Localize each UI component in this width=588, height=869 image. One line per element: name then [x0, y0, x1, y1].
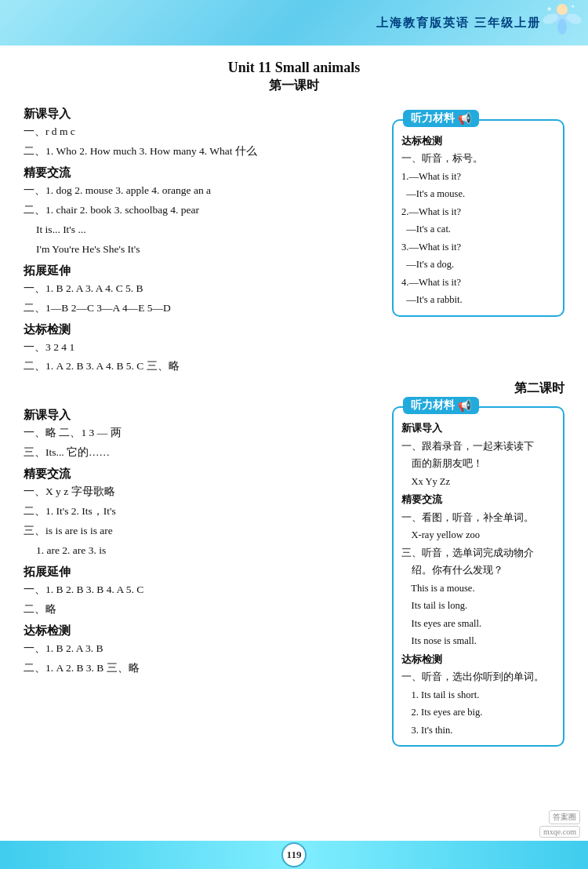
lesson2-layout: 新课导入 一、略 二、1 3 — 两 三、Its... 它的…… 精要交流 一、…	[24, 403, 564, 747]
listen-box-header-2: 听力材料 📢	[403, 397, 479, 414]
listen-2-db-3: 2. Its eyes are big.	[401, 704, 555, 722]
listen-item-1-4: —It's a cat.	[401, 220, 555, 238]
line-tz1-1: 一、1. B 2. A 3. A 4. C 5. B	[24, 280, 384, 298]
who-word: Who	[56, 145, 77, 157]
line-jy1-2: 二、1. chair 2. book 3. schoolbag 4. pear	[24, 202, 384, 220]
listen-sub-header-2-1: 新课导入	[401, 419, 555, 437]
svg-point-1	[557, 19, 567, 35]
listen-item-1-3: 2.—What is it?	[401, 203, 555, 221]
listen-item-1-7: 4.—What is it?	[401, 274, 555, 292]
speaker-icon-1: 📢	[458, 112, 471, 125]
listen-2-jy-5: This is a mouse.	[401, 580, 555, 598]
line-tz1-2: 二、1—B 2—C 3—A 4—E 5—D	[24, 300, 384, 318]
listen-2-xk-1: 一、跟着录音，一起来读读下	[401, 438, 555, 456]
line-jy2-2: 二、1. It's 2. Its，It's	[24, 503, 384, 521]
section-header-tuozhan1: 拓展延伸	[24, 264, 384, 278]
listen-2-jy-2: X-ray yellow zoo	[401, 526, 555, 544]
listen-box-2: 听力材料 📢 新课导入 一、跟着录音，一起来读读下 面的新朋友吧！ Xx Yy …	[392, 406, 564, 747]
line-db1-1: 一、3 2 4 1	[24, 339, 384, 357]
line-tz2-1: 一、1. B 2. B 3. B 4. A 5. C	[24, 581, 384, 599]
listen-intro-1: 一、听音，标号。	[401, 150, 555, 168]
listen-box-lesson1: 听力材料 📢 达标检测 一、听音，标号。 1.—What is it? —It'…	[392, 102, 564, 317]
lesson1-layout: 新课导入 一、r d m c 二、1. Who 2. How much 3. H…	[24, 102, 564, 377]
line-jy1-4: I'm You're He's She's It's	[36, 241, 384, 259]
listen-2-xk-3: Xx Yy Zz	[401, 473, 555, 491]
listen-2-jy-6: Its tail is long.	[401, 597, 555, 615]
svg-text:★: ★	[571, 4, 575, 9]
main-content: Unit 11 Small animals 第一课时 新课导入 一、r d m …	[0, 45, 588, 762]
unit-title: Unit 11 Small animals	[24, 60, 564, 76]
listen-2-db-2: 1. Its tail is short.	[401, 686, 555, 704]
listen-sub-header-2-2: 精要交流	[401, 490, 555, 508]
watermark-2: mxqe.com	[539, 826, 580, 838]
section-header-dabiou2: 达标检测	[24, 624, 384, 638]
listen-box-lesson2: 听力材料 📢 新课导入 一、跟着录音，一起来读读下 面的新朋友吧！ Xx Yy …	[392, 403, 564, 747]
line-xk2-2: 三、Its... 它的……	[24, 444, 384, 462]
watermarks: 答案圈 mxqe.com	[539, 810, 580, 838]
listen-item-1-8: —It's a rabbit.	[401, 291, 555, 309]
listen-2-xk-2: 面的新朋友吧！	[401, 455, 555, 473]
header-title: 上海教育版英语 三年级上册	[376, 16, 541, 31]
fairy-icon: ★ ★	[543, 2, 582, 44]
watermark-1: 答案圈	[549, 810, 580, 824]
line-db1-2: 二、1. A 2. B 3. A 4. B 5. C 三、略	[24, 358, 384, 376]
line-tz2-2: 二、略	[24, 601, 384, 619]
lesson1-title: 第一课时	[24, 78, 564, 94]
listen-box-header-text-2: 听力材料	[411, 398, 455, 413]
line-db2-2: 二、1. A 2. B 3. B 三、略	[24, 660, 384, 678]
listen-2-jy-7: Its eyes are small.	[401, 615, 555, 633]
section-header-dabiou1: 达标检测	[24, 322, 384, 337]
line-jy1-3: It is... It's ...	[36, 221, 384, 239]
svg-point-4	[557, 4, 568, 15]
listen-2-jy-4: 绍。你有什么发现？	[401, 562, 555, 580]
listen-2-jy-1: 一、看图，听音，补全单词。	[401, 509, 555, 527]
listen-item-1-5: 3.—What is it?	[401, 238, 555, 256]
section-header-tuozhan2: 拓展延伸	[24, 565, 384, 580]
section-header-xinkejiaoru2: 新课导入	[24, 408, 384, 423]
line-xk1-2: 二、1. Who 2. How much 3. How many 4. What…	[24, 143, 384, 161]
line-jy2-4: 1. are 2. are 3. is	[36, 542, 384, 560]
page-number: 119	[281, 842, 307, 867]
top-bar: 上海教育版英语 三年级上册 ★ ★	[0, 0, 588, 45]
section-header-jingyao2: 精要交流	[24, 467, 384, 482]
section-header-jingyao1: 精要交流	[24, 165, 384, 180]
listen-sub-header-2-3: 达标检测	[401, 650, 555, 668]
listen-item-1-2: —It's a mouse.	[401, 185, 555, 203]
listen-item-1-1: 1.—What is it?	[401, 168, 555, 186]
section-header-xinkejiaoru1: 新课导入	[24, 107, 384, 122]
line-xk2-1: 一、略 二、1 3 — 两	[24, 424, 384, 442]
listen-sub-header-1: 达标检测	[401, 132, 555, 150]
listen-2-jy-8: Its nose is small.	[401, 632, 555, 650]
line-jy1-1: 一、1. dog 2. mouse 3. apple 4. orange an …	[24, 182, 384, 200]
lesson1-left: 新课导入 一、r d m c 二、1. Who 2. How much 3. H…	[24, 102, 384, 377]
line-jy2-1: 一、X y z 字母歌略	[24, 483, 384, 501]
listen-2-db-1: 一、听音，选出你听到的单词。	[401, 668, 555, 686]
listen-item-1-6: —It's a dog.	[401, 256, 555, 274]
line-jy2-3: 三、is is are is is are	[24, 522, 384, 540]
listen-box-header-1: 听力材料 📢	[403, 110, 479, 127]
listen-box-header-text-1: 听力材料	[411, 111, 455, 125]
svg-text:★: ★	[546, 5, 552, 13]
lesson2-left: 新课导入 一、略 二、1 3 — 两 三、Its... 它的…… 精要交流 一、…	[24, 403, 384, 678]
line-xk1-1: 一、r d m c	[24, 123, 384, 141]
listen-box-1: 听力材料 📢 达标检测 一、听音，标号。 1.—What is it? —It'…	[392, 119, 564, 317]
speaker-icon-2: 📢	[458, 399, 471, 413]
lesson2-title: 第二课时	[24, 380, 564, 397]
listen-2-jy-3: 三、听音，选单词完成动物介	[401, 544, 555, 562]
listen-2-db-4: 3. It's thin.	[401, 722, 555, 740]
listen-box-content-2: 新课导入 一、跟着录音，一起来读读下 面的新朋友吧！ Xx Yy Zz 精要交流…	[401, 419, 555, 739]
listen-box-content-1: 达标检测 一、听音，标号。 1.—What is it? —It's a mou…	[401, 132, 555, 309]
bottom-bar: 119	[0, 841, 588, 869]
line-db2-1: 一、1. B 2. A 3. B	[24, 640, 384, 658]
